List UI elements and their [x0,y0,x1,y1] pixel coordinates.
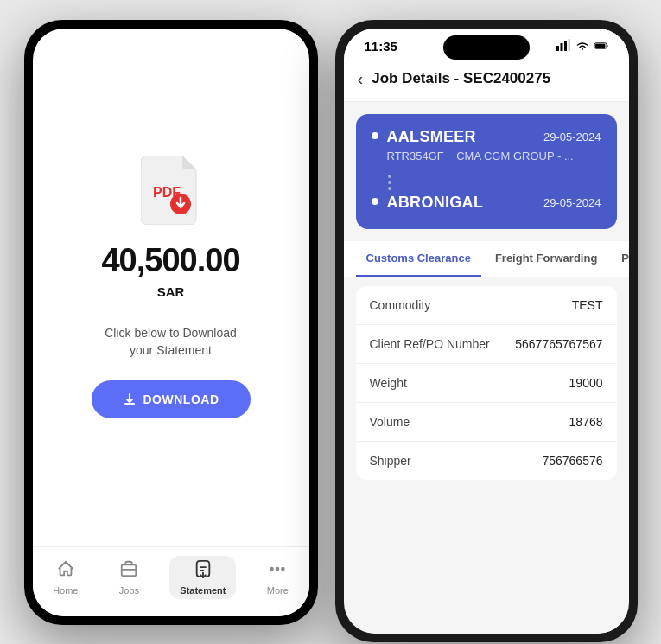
detail-value-volume: 18768 [569,415,603,429]
detail-row-shipper: Shipper 756766576 [356,442,617,480]
amount-display: 40,500.00 [101,242,239,279]
download-button[interactable]: DOWNLOAD [92,380,251,418]
home-icon [56,559,75,582]
tab-freight-forwarding[interactable]: Freight Forwarding [485,241,607,277]
route-row-1: AALSMEER 29-05-2024 [387,128,601,146]
nav-home[interactable]: Home [42,556,88,599]
detail-value-shipper: 756766576 [542,454,602,468]
svg-point-6 [282,567,284,570]
tab-packing[interactable]: Packing [611,241,628,277]
nav-jobs-label: Jobs [119,585,139,596]
svg-rect-2 [122,564,137,576]
tabs-row: Customs Clearance Freight Forwarding Pac… [344,241,629,277]
page-title: Job Details - SEC2400275 [372,70,550,87]
download-label: DOWNLOAD [143,392,219,406]
statement-icon [194,559,213,582]
nav-home-label: Home [53,585,78,596]
pdf-icon: PDF [141,156,201,225]
detail-row-commodity: Commodity TEST [356,286,617,325]
detail-label-commodity: Commodity [370,298,431,312]
route-dot-1 [372,132,378,139]
bottom-nav: Home Jobs [33,546,309,616]
route-row-2: ABRONIGAL 29-05-2024 [387,194,601,212]
tab-customs-clearance[interactable]: Customs Clearance [356,241,481,277]
detail-label-shipper: Shipper [370,454,411,468]
nav-more[interactable]: More [257,556,299,599]
svg-rect-7 [556,46,559,51]
right-phone: 11:35 [335,20,638,642]
detail-row-client-ref: Client Ref/PO Number 5667765767567 [356,325,617,364]
route-sub-1: RTR354GF CMA CGM GROUP - ... [387,150,601,163]
route-name-1: AALSMEER [387,128,476,146]
route-dot-2 [372,198,378,205]
svg-rect-10 [568,39,570,51]
header-bar: ‹ Job Details - SEC2400275 [344,61,629,102]
more-icon [268,559,287,582]
detail-row-volume: Volume 18768 [356,403,617,442]
jobs-icon [119,559,138,582]
route-item-1: AALSMEER 29-05-2024 RTR354GF CMA CGM GRO… [372,128,601,163]
detail-value-commodity: TEST [572,298,603,312]
svg-point-4 [271,567,274,570]
nav-statement-label: Statement [180,585,226,596]
nav-jobs[interactable]: Jobs [109,556,149,599]
detail-row-weight: Weight 19000 [356,364,617,403]
wifi-icon [575,39,589,53]
dynamic-island [443,35,530,60]
detail-value-client-ref: 5667765767567 [515,337,602,351]
detail-value-weight: 19000 [569,376,603,390]
svg-rect-8 [560,43,562,51]
fade-overlay [344,599,629,634]
route-name-2: ABRONIGAL [387,194,484,212]
status-time: 11:35 [365,39,397,54]
status-icons [556,39,608,53]
left-phone: PDF 40,500.00 SAR Click below to Downloa… [24,20,318,625]
svg-point-5 [276,567,279,570]
detail-label-client-ref: Client Ref/PO Number [370,337,490,351]
nav-statement[interactable]: Statement [169,556,236,599]
detail-label-volume: Volume [370,415,410,429]
battery-icon [594,39,608,53]
svg-rect-9 [564,41,567,51]
back-button[interactable]: ‹ [358,69,364,89]
route-card: AALSMEER 29-05-2024 RTR354GF CMA CGM GRO… [356,114,617,229]
status-bar: 11:35 [344,29,629,61]
signal-icon [556,39,570,53]
route-date-2: 29-05-2024 [543,196,601,209]
detail-label-weight: Weight [370,376,407,390]
route-date-1: 29-05-2024 [543,131,601,143]
download-prompt: Click below to Download your Statement [105,325,237,359]
details-section: Commodity TEST Client Ref/PO Number 5667… [356,286,617,480]
currency-label: SAR [157,284,185,299]
svg-rect-12 [594,44,605,48]
route-item-2: ABRONIGAL 29-05-2024 [372,194,601,212]
nav-more-label: More [267,585,289,596]
